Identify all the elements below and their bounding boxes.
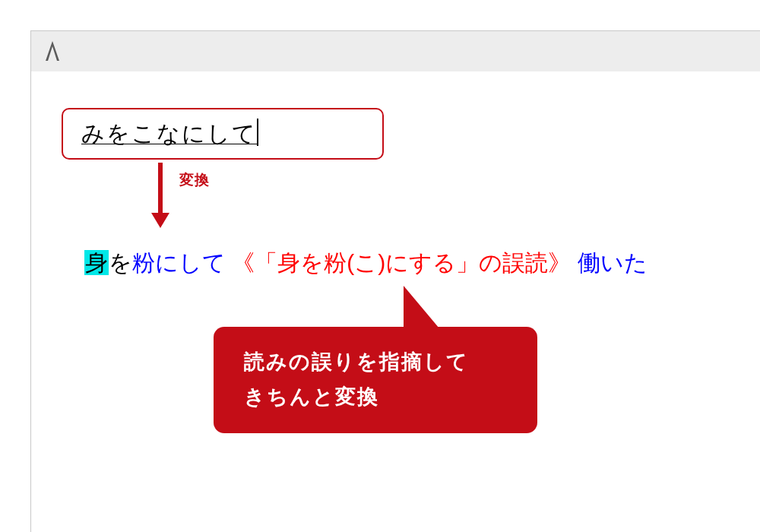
callout-pointer-icon	[404, 286, 443, 333]
explanation-callout: 読みの誤りを指摘して きちんと変換	[214, 327, 537, 433]
conversion-highlighted-char[interactable]: 身	[84, 250, 109, 275]
conversion-candidate-segment[interactable]: 粉にして	[132, 250, 226, 275]
conversion-candidate-segment[interactable]: 働いた	[578, 250, 648, 275]
conversion-result: 身を粉にして 《「身を粉(こ)にする」の誤読》 働いた	[84, 248, 648, 279]
conversion-arrow-label: 変換	[179, 170, 210, 190]
app-logo-icon	[40, 39, 65, 63]
text-caret	[257, 119, 258, 146]
toolbar	[30, 30, 760, 71]
ime-input-box[interactable]: みをこなにして	[62, 108, 384, 160]
ime-input-text: みをこなにして	[81, 119, 257, 150]
conversion-text-segment: を	[109, 250, 132, 275]
conversion-arrow-icon	[151, 163, 169, 228]
callout-line: きちんと変換	[244, 380, 537, 415]
conversion-annotation: 《「身を粉(こ)にする」の誤読》	[232, 250, 571, 275]
content-area: みをこなにして 変換 身を粉にして 《「身を粉(こ)にする」の誤読》 働いた 読…	[30, 71, 760, 532]
callout-line: 読みの誤りを指摘して	[244, 345, 537, 380]
